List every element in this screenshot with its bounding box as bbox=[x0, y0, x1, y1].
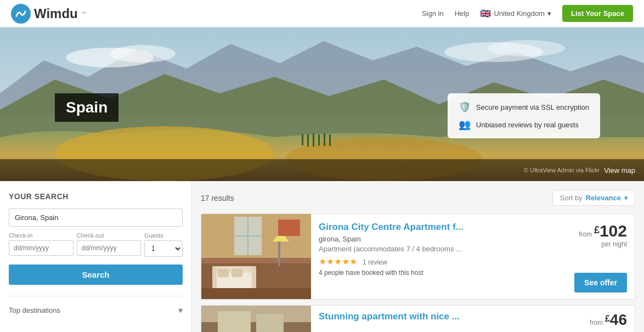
sort-value: Relevance bbox=[586, 194, 621, 202]
booked-info: 4 people have booked with this host bbox=[319, 269, 561, 277]
reviews-people-icon: 👥 bbox=[459, 119, 471, 131]
svg-rect-32 bbox=[256, 314, 284, 332]
price-area: from £102 per night bbox=[579, 222, 627, 248]
listing-description: Apartment (accommodates 7 / 4 bedrooms .… bbox=[319, 245, 561, 253]
svg-rect-20 bbox=[252, 266, 256, 288]
per-night-label: per night bbox=[579, 240, 627, 248]
top-destinations-chevron-icon: ▾ bbox=[178, 305, 183, 316]
checkin-label: Check-in bbox=[9, 232, 74, 239]
trust-item-ssl: 🛡️ Secure payment via SSL encryption bbox=[459, 101, 589, 113]
svg-point-13 bbox=[488, 40, 565, 57]
price-currency-2: £ bbox=[605, 314, 610, 323]
trust-badges-box: 🛡️ Secure payment via SSL encryption 👥 U… bbox=[448, 93, 600, 138]
search-section-title: YOUR SEARCH bbox=[9, 192, 183, 201]
svg-rect-24 bbox=[278, 220, 300, 236]
svg-rect-9 bbox=[329, 134, 331, 146]
uk-flag-icon: 🇬🇧 bbox=[480, 8, 491, 19]
signin-link[interactable]: Sign in bbox=[422, 9, 444, 18]
svg-rect-23 bbox=[278, 241, 280, 266]
search-sidebar: YOUR SEARCH Check-in Check-out Guests 1 … bbox=[0, 181, 192, 332]
price-currency: £ bbox=[594, 224, 600, 235]
logo-trademark: ™ bbox=[81, 10, 87, 16]
svg-rect-6 bbox=[313, 133, 314, 147]
reviews-count: 1 review bbox=[363, 258, 387, 266]
sort-dropdown[interactable]: Sort by Relevance ▾ bbox=[552, 190, 635, 206]
checkout-label: Check-out bbox=[77, 232, 142, 239]
listing-rating-row: ★★★★★ 1 review bbox=[319, 256, 561, 267]
svg-rect-25 bbox=[201, 288, 311, 299]
sort-chevron-icon: ▾ bbox=[624, 194, 628, 202]
guests-wrap: Guests 1 2 3 4 5+ bbox=[144, 232, 183, 257]
listing-image-2 bbox=[201, 306, 311, 332]
ssl-shield-icon: 🛡️ bbox=[459, 101, 471, 113]
date-guest-row: Check-in Check-out Guests 1 2 3 4 5+ bbox=[9, 232, 183, 257]
logo-name: Wimdu bbox=[34, 6, 78, 21]
listing-card-2: Stunning apartment with nice ... from £4… bbox=[201, 305, 635, 332]
help-link[interactable]: Help bbox=[455, 9, 470, 18]
listing-info-2: Stunning apartment with nice ... bbox=[311, 306, 569, 332]
checkin-wrap: Check-in bbox=[9, 232, 74, 257]
from-label: from bbox=[579, 230, 592, 238]
results-area: 17 results Sort by Relevance ▾ bbox=[192, 181, 644, 332]
svg-rect-8 bbox=[324, 133, 325, 146]
listing-thumbnail-2 bbox=[201, 306, 311, 332]
listing-thumbnail bbox=[201, 214, 311, 299]
region-selector[interactable]: 🇬🇧 United Kingdom ▾ bbox=[480, 8, 551, 19]
site-header: Wimdu ™ Sign in Help 🇬🇧 United Kingdom ▾… bbox=[0, 0, 644, 27]
trust-item-reviews: 👥 Unbiased reviews by real guests bbox=[459, 119, 589, 131]
svg-rect-19 bbox=[212, 266, 217, 288]
checkin-input[interactable] bbox=[9, 240, 74, 256]
results-header: 17 results Sort by Relevance ▾ bbox=[201, 190, 635, 206]
checkout-input[interactable] bbox=[77, 240, 142, 256]
listing-location: girona, Spain bbox=[319, 235, 561, 243]
top-destinations-toggle[interactable]: Top destinations ▾ bbox=[9, 296, 183, 316]
logo-area: Wimdu ™ bbox=[11, 4, 422, 24]
svg-point-11 bbox=[110, 45, 176, 63]
price-amount: 102 bbox=[600, 222, 627, 240]
svg-rect-22 bbox=[231, 269, 242, 277]
see-offer-button[interactable]: See offer bbox=[574, 273, 627, 292]
listing-card: Girona City Centre Apartment f... girona… bbox=[201, 213, 635, 300]
checkout-wrap: Check-out bbox=[77, 232, 142, 257]
listing-info: Girona City Centre Apartment f... girona… bbox=[311, 214, 569, 299]
copyright-text: © UltraView Admin via Flickr bbox=[524, 167, 600, 173]
sort-by-label: Sort by bbox=[560, 194, 582, 202]
search-button[interactable]: Search bbox=[9, 265, 183, 285]
wimdu-logo-icon bbox=[11, 4, 31, 24]
listing-price-action: from £102 per night See offer bbox=[569, 214, 635, 299]
price-amount-2: 46 bbox=[610, 311, 627, 328]
top-destinations-label: Top destinations bbox=[9, 306, 60, 314]
guests-label: Guests bbox=[144, 232, 183, 239]
svg-rect-7 bbox=[318, 134, 320, 145]
results-count: 17 results bbox=[201, 194, 234, 202]
trust-ssl-text: Secure payment via SSL encryption bbox=[476, 103, 589, 111]
content-area: YOUR SEARCH Check-in Check-out Guests 1 … bbox=[0, 181, 644, 332]
svg-rect-21 bbox=[218, 269, 229, 277]
trust-reviews-text: Unbiased reviews by real guests bbox=[476, 121, 579, 129]
guests-select[interactable]: 1 2 3 4 5+ bbox=[144, 240, 183, 257]
listing-title[interactable]: Girona City Centre Apartment f... bbox=[319, 222, 561, 233]
destination-label: Spain bbox=[55, 93, 118, 122]
location-input[interactable] bbox=[9, 209, 183, 227]
listing-price-2: from £46 bbox=[569, 306, 635, 332]
list-space-button[interactable]: List Your Space bbox=[562, 5, 633, 22]
hero-footer-bar: © UltraView Admin via Flickr View map bbox=[0, 159, 644, 181]
region-name: United Kingdom bbox=[494, 9, 545, 18]
header-nav: Sign in Help 🇬🇧 United Kingdom ▾ List Yo… bbox=[422, 5, 633, 22]
svg-rect-31 bbox=[218, 311, 251, 332]
hero-banner: Spain 🛡️ Secure payment via SSL encrypti… bbox=[0, 27, 644, 181]
star-rating: ★★★★★ bbox=[319, 256, 357, 267]
svg-rect-4 bbox=[302, 134, 303, 145]
listing-title-2[interactable]: Stunning apartment with nice ... bbox=[319, 311, 561, 322]
region-chevron-icon: ▾ bbox=[547, 9, 551, 18]
listing-image bbox=[201, 214, 311, 299]
svg-rect-16 bbox=[201, 258, 311, 263]
view-map-link[interactable]: View map bbox=[604, 166, 635, 175]
from-label-2: from bbox=[590, 319, 603, 327]
svg-rect-5 bbox=[307, 134, 309, 147]
